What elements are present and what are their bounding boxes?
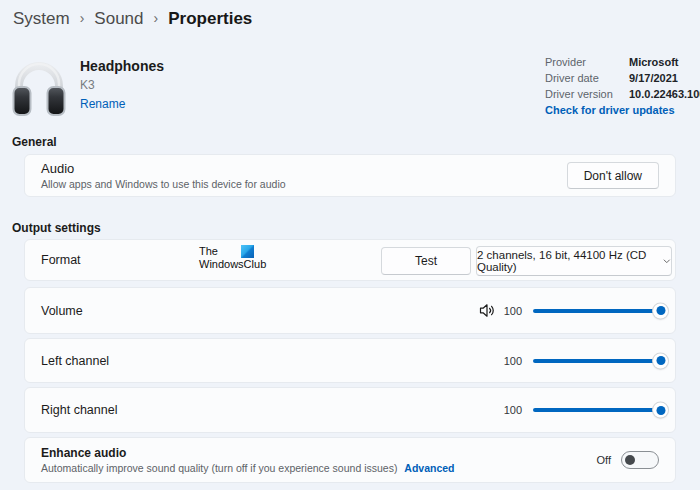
enhance-audio-title: Enhance audio <box>41 446 455 460</box>
right-channel-slider[interactable] <box>533 408 665 412</box>
driver-date-label: Driver date <box>545 73 629 84</box>
volume-slider-thumb[interactable] <box>653 303 668 318</box>
left-channel-row: Left channel 100 <box>24 338 676 383</box>
format-card: Format The WindowsClub Test 2 channels, … <box>24 239 676 281</box>
driver-info-row: Driver version 10.0.22463.1000 <box>545 89 700 100</box>
driver-provider-label: Provider <box>545 57 629 68</box>
driver-info-row: Driver date 9/17/2021 <box>545 73 700 84</box>
driver-provider-value: Microsoft <box>629 57 679 68</box>
enhance-audio-toggle-group: Off <box>597 451 659 469</box>
audio-subtitle: Allow apps and Windows to use this devic… <box>41 178 286 190</box>
enhance-audio-toggle-state: Off <box>597 454 611 466</box>
right-channel-value: 100 <box>504 404 522 416</box>
breadcrumb-system[interactable]: System <box>13 9 70 29</box>
driver-info-row: Provider Microsoft <box>545 57 700 68</box>
enhance-audio-text: Enhance audio Automatically improve soun… <box>41 446 455 474</box>
enhance-audio-subtitle: Automatically improve sound quality (tur… <box>41 462 397 474</box>
volume-value: 100 <box>504 305 522 317</box>
device-name: Headphones <box>80 58 164 76</box>
audio-title: Audio <box>41 161 286 176</box>
left-channel-slider[interactable] <box>533 359 665 363</box>
rename-link[interactable]: Rename <box>80 97 125 112</box>
breadcrumb-properties: Properties <box>168 9 252 29</box>
chevron-right-icon: › <box>80 10 85 26</box>
enhance-audio-toggle[interactable] <box>621 451 659 469</box>
sound-properties-page: System › Sound › Properties Headphones K… <box>0 0 700 490</box>
enhance-audio-row: Enhance audio Automatically improve soun… <box>24 437 676 483</box>
chevron-right-icon: › <box>154 10 159 26</box>
driver-version-value: 10.0.22463.1000 <box>629 89 700 100</box>
device-model: K3 <box>80 78 164 93</box>
thewindowsclub-logo-icon <box>241 245 254 258</box>
format-label: Format <box>41 253 81 267</box>
driver-info: Provider Microsoft Driver date 9/17/2021… <box>545 57 700 116</box>
format-dropdown[interactable]: 2 channels, 16 bit, 44100 Hz (CD Quality… <box>476 246 672 276</box>
audio-card: Audio Allow apps and Windows to use this… <box>24 154 676 197</box>
left-channel-value: 100 <box>504 355 522 367</box>
driver-version-label: Driver version <box>545 89 629 100</box>
volume-slider-group: 100 <box>479 303 665 318</box>
test-button[interactable]: Test <box>381 247 471 275</box>
volume-row: Volume 100 <box>24 287 676 334</box>
right-channel-row: Right channel 100 <box>24 387 676 433</box>
format-dropdown-value: 2 channels, 16 bit, 44100 Hz (CD Quality… <box>477 249 654 273</box>
driver-date-value: 9/17/2021 <box>629 73 678 84</box>
volume-label: Volume <box>41 304 83 318</box>
watermark-line2: WindowsClub <box>199 258 267 270</box>
toggle-knob <box>625 455 635 465</box>
left-channel-slider-group: 100 <box>504 355 665 367</box>
watermark-line1: The <box>199 245 218 257</box>
dont-allow-button[interactable]: Don't allow <box>567 162 659 189</box>
check-driver-updates-link[interactable]: Check for driver updates <box>545 104 675 116</box>
speaker-with-waves-icon <box>479 303 496 318</box>
right-channel-label: Right channel <box>41 403 117 417</box>
breadcrumb-sound[interactable]: Sound <box>94 9 143 29</box>
left-channel-label: Left channel <box>41 354 109 368</box>
left-channel-slider-thumb[interactable] <box>653 353 668 368</box>
advanced-link[interactable]: Advanced <box>404 462 454 474</box>
right-channel-slider-group: 100 <box>504 404 665 416</box>
chevron-down-icon <box>663 257 671 266</box>
thewindowsclub-watermark: The WindowsClub <box>199 245 267 270</box>
audio-card-text: Audio Allow apps and Windows to use this… <box>41 161 286 190</box>
general-section-title: General <box>12 135 57 149</box>
headphones-icon <box>9 54 69 118</box>
output-section-title: Output settings <box>12 221 101 235</box>
device-header: Headphones K3 Rename <box>80 58 164 113</box>
volume-slider[interactable] <box>533 309 665 313</box>
right-channel-slider-thumb[interactable] <box>653 403 668 418</box>
breadcrumb: System › Sound › Properties <box>13 9 252 29</box>
